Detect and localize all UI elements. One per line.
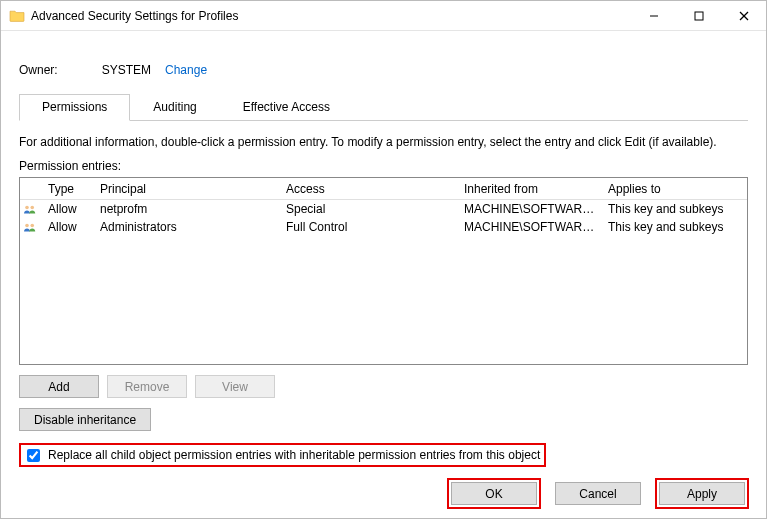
owner-row: Owner: SYSTEM Change (19, 63, 748, 77)
disable-inheritance-button[interactable]: Disable inheritance (19, 408, 151, 431)
svg-rect-1 (695, 12, 703, 20)
cell-principal: Administrators (94, 218, 280, 236)
add-button[interactable]: Add (19, 375, 99, 398)
tab-permissions[interactable]: Permissions (19, 94, 130, 121)
tab-strip: Permissions Auditing Effective Access (19, 93, 748, 121)
cell-type: Allow (42, 218, 94, 236)
cancel-button[interactable]: Cancel (555, 482, 641, 505)
svg-point-7 (30, 224, 34, 228)
svg-point-5 (30, 206, 34, 210)
cell-applies: This key and subkeys (602, 200, 747, 218)
col-header-inherited[interactable]: Inherited from (458, 180, 602, 198)
svg-point-6 (25, 224, 29, 228)
minimize-button[interactable] (631, 1, 676, 30)
cell-access: Full Control (280, 218, 458, 236)
replace-child-entries-row[interactable]: Replace all child object permission entr… (19, 443, 546, 467)
info-text: For additional information, double-click… (19, 135, 748, 149)
table-row[interactable]: Allow netprofm Special MACHINE\SOFTWARE.… (20, 200, 747, 218)
col-header-access[interactable]: Access (280, 180, 458, 198)
cell-applies: This key and subkeys (602, 218, 747, 236)
permission-entries-grid[interactable]: Type Principal Access Inherited from App… (19, 177, 748, 365)
remove-button: Remove (107, 375, 187, 398)
grid-header: Type Principal Access Inherited from App… (20, 178, 747, 200)
users-group-icon (20, 201, 42, 217)
svg-point-4 (25, 206, 29, 210)
cell-principal: netprofm (94, 200, 280, 218)
users-group-icon (20, 219, 42, 235)
tab-auditing[interactable]: Auditing (130, 94, 219, 121)
view-button: View (195, 375, 275, 398)
replace-child-entries-label: Replace all child object permission entr… (48, 448, 540, 462)
col-header-type[interactable]: Type (42, 180, 94, 198)
change-owner-link[interactable]: Change (165, 63, 207, 77)
table-row[interactable]: Allow Administrators Full Control MACHIN… (20, 218, 747, 236)
owner-value: SYSTEM (102, 63, 151, 77)
maximize-button[interactable] (676, 1, 721, 30)
replace-child-entries-checkbox[interactable] (27, 449, 40, 462)
apply-button[interactable]: Apply (659, 482, 745, 505)
entry-buttons: Add Remove View (19, 375, 748, 398)
folder-icon (9, 8, 25, 24)
window-title: Advanced Security Settings for Profiles (31, 9, 631, 23)
tab-effective-access[interactable]: Effective Access (220, 94, 353, 121)
cell-inherited: MACHINE\SOFTWARE... (458, 218, 602, 236)
dialog-footer: OK Cancel Apply (447, 478, 749, 509)
cell-type: Allow (42, 200, 94, 218)
content-area: Owner: SYSTEM Change Permissions Auditin… (1, 31, 766, 477)
cell-inherited: MACHINE\SOFTWARE... (458, 200, 602, 218)
col-header-applies[interactable]: Applies to (602, 180, 747, 198)
ok-button[interactable]: OK (451, 482, 537, 505)
entries-label: Permission entries: (19, 159, 748, 173)
close-button[interactable] (721, 1, 766, 30)
title-bar: Advanced Security Settings for Profiles (1, 1, 766, 31)
col-header-principal[interactable]: Principal (94, 180, 280, 198)
cell-access: Special (280, 200, 458, 218)
owner-label: Owner: (19, 63, 58, 77)
